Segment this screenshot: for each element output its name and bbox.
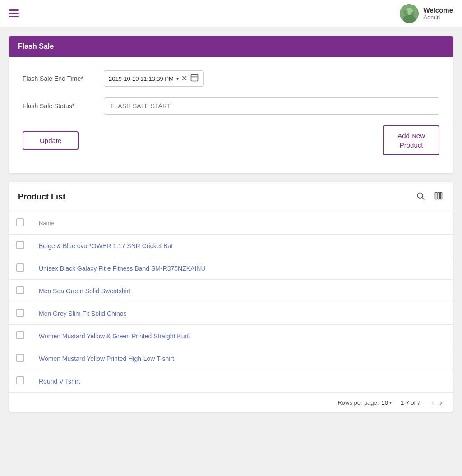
status-label: Flash Sale Status* (23, 102, 104, 110)
svg-point-4 (410, 12, 415, 16)
status-input[interactable] (104, 97, 439, 115)
product-table: Name Beige & Blue evoPOWER 1.17 SNR Cric… (9, 212, 453, 393)
row-checkbox-cell (9, 302, 32, 325)
row-checkbox-cell (9, 325, 32, 347)
table-row: Unisex Black Galaxy Fit e Fitness Band S… (9, 257, 453, 280)
rows-per-page: Rows per page: 10 ▾ (337, 399, 392, 406)
rows-per-page-label: Rows per page: (337, 399, 379, 406)
svg-line-10 (422, 198, 425, 200)
welcome-label: Welcome (423, 6, 453, 14)
svg-rect-13 (440, 193, 442, 199)
product-list-header: Product List (9, 182, 453, 212)
datetime-value: 2019-10-10 11:13:39 PM (109, 75, 174, 82)
product-link-5[interactable]: Women Mustard Yellow & Green Printed Str… (39, 333, 190, 340)
row-checkbox-cell (9, 280, 32, 302)
product-link-1[interactable]: Beige & Blue evoPOWER 1.17 SNR Cricket B… (39, 242, 173, 250)
user-text: Welcome Admin (423, 6, 453, 21)
product-link-2[interactable]: Unisex Black Galaxy Fit e Fitness Band S… (39, 265, 206, 272)
row-checkbox-3[interactable] (16, 286, 24, 294)
dropdown-arrow-icon[interactable]: ▾ (176, 76, 179, 81)
clear-icon[interactable]: ✕ (181, 75, 187, 82)
product-name-cell: Round V Tshirt (32, 370, 453, 393)
header-icons (415, 190, 444, 203)
columns-icon-button[interactable] (433, 190, 444, 203)
hamburger-menu[interactable] (9, 9, 19, 17)
add-product-button[interactable]: Add New Product (383, 125, 439, 155)
avatar (400, 4, 419, 23)
product-list-title: Product List (18, 192, 65, 202)
flash-sale-body: Flash Sale End Time* 2019-10-10 11:13:39… (9, 57, 453, 173)
update-button[interactable]: Update (23, 131, 79, 150)
end-time-row: Flash Sale End Time* 2019-10-10 11:13:39… (23, 70, 439, 87)
row-checkbox-1[interactable] (16, 241, 24, 249)
search-icon-button[interactable] (415, 190, 426, 203)
flash-sale-title: Flash Sale (18, 42, 54, 50)
prev-page-button[interactable]: ‹ (430, 398, 436, 407)
table-row: Men Sea Green Solid Sweatshirt (9, 280, 453, 302)
svg-rect-11 (435, 193, 437, 199)
svg-point-3 (404, 10, 408, 15)
product-name-cell: Women Mustard Yellow Printed High-Low T-… (32, 347, 453, 370)
product-name-cell: Beige & Blue evoPOWER 1.17 SNR Cricket B… (32, 235, 453, 257)
svg-rect-12 (438, 193, 439, 199)
page-navigation: ‹ › (430, 398, 444, 407)
datetime-input[interactable]: 2019-10-10 11:13:39 PM ▾ ✕ (104, 70, 204, 87)
row-checkbox-2[interactable] (16, 263, 24, 272)
product-link-7[interactable]: Round V Tshirt (39, 378, 80, 385)
table-header-row: Name (9, 212, 453, 235)
product-link-4[interactable]: Men Grey Slim Fit Solid Chinos (39, 310, 127, 317)
row-checkbox-4[interactable] (16, 309, 24, 317)
rows-per-page-value: 10 (381, 399, 388, 406)
product-list-card: Product List (9, 182, 453, 412)
status-row: Flash Sale Status* (23, 97, 439, 115)
end-time-label: Flash Sale End Time* (23, 75, 104, 82)
content-area: Flash Sale Flash Sale End Time* 2019-10-… (0, 27, 462, 421)
product-name-cell: Men Sea Green Solid Sweatshirt (32, 280, 453, 302)
flash-sale-header: Flash Sale (9, 36, 453, 57)
name-column-header: Name (32, 212, 453, 235)
rows-dropdown-arrow-icon: ▾ (389, 400, 392, 405)
select-all-cell (9, 212, 32, 235)
product-name-cell: Unisex Black Galaxy Fit e Fitness Band S… (32, 257, 453, 280)
row-checkbox-cell (9, 257, 32, 280)
row-checkbox-5[interactable] (16, 331, 24, 339)
form-actions: Update Add New Product (23, 125, 439, 155)
select-all-checkbox[interactable] (16, 218, 24, 226)
svg-rect-5 (191, 74, 198, 81)
page-range: 1-7 of 7 (401, 399, 420, 406)
table-row: Women Mustard Yellow & Green Printed Str… (9, 325, 453, 347)
flash-sale-card: Flash Sale Flash Sale End Time* 2019-10-… (9, 36, 453, 173)
row-checkbox-7[interactable] (16, 376, 24, 384)
pagination-bar: Rows per page: 10 ▾ 1-7 of 7 ‹ › (9, 393, 453, 412)
svg-point-9 (417, 193, 423, 198)
top-nav: Welcome Admin (0, 0, 462, 27)
user-info: Welcome Admin (400, 4, 453, 23)
row-checkbox-6[interactable] (16, 354, 24, 362)
calendar-icon[interactable] (190, 73, 199, 84)
table-row: Beige & Blue evoPOWER 1.17 SNR Cricket B… (9, 235, 453, 257)
table-row: Round V Tshirt (9, 370, 453, 393)
product-name-cell: Men Grey Slim Fit Solid Chinos (32, 302, 453, 325)
table-row: Men Grey Slim Fit Solid Chinos (9, 302, 453, 325)
rows-per-page-select[interactable]: 10 ▾ (381, 399, 391, 406)
table-row: Women Mustard Yellow Printed High-Low T-… (9, 347, 453, 370)
product-link-6[interactable]: Women Mustard Yellow Printed High-Low T-… (39, 355, 174, 362)
row-checkbox-cell (9, 370, 32, 393)
product-link-3[interactable]: Men Sea Green Solid Sweatshirt (39, 287, 130, 295)
user-role: Admin (423, 14, 440, 21)
row-checkbox-cell (9, 347, 32, 370)
product-name-cell: Women Mustard Yellow & Green Printed Str… (32, 325, 453, 347)
row-checkbox-cell (9, 235, 32, 257)
next-page-button[interactable]: › (438, 398, 444, 407)
